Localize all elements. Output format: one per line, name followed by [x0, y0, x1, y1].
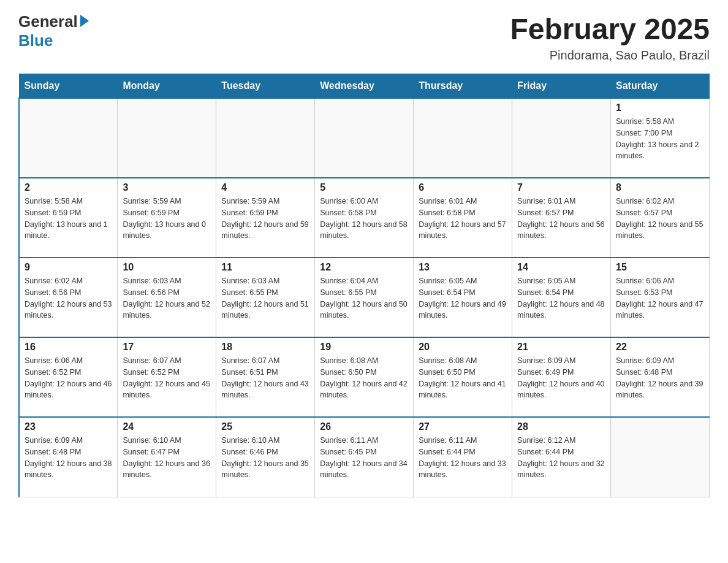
- month-title: February 2025: [510, 12, 710, 46]
- calendar-cell: 18Sunrise: 6:07 AMSunset: 6:51 PMDayligh…: [216, 337, 315, 417]
- day-info: Sunrise: 6:10 AMSunset: 6:46 PMDaylight:…: [221, 435, 309, 481]
- logo: General Blue: [18, 12, 89, 50]
- day-info: Sunrise: 6:09 AMSunset: 6:48 PMDaylight:…: [616, 355, 704, 401]
- calendar-cell: [315, 98, 414, 178]
- day-number: 14: [517, 262, 605, 273]
- day-info: Sunrise: 6:11 AMSunset: 6:45 PMDaylight:…: [320, 435, 408, 481]
- day-info: Sunrise: 6:03 AMSunset: 6:55 PMDaylight:…: [221, 275, 309, 321]
- day-number: 26: [320, 421, 408, 432]
- calendar-cell: 27Sunrise: 6:11 AMSunset: 6:44 PMDayligh…: [414, 417, 512, 497]
- day-number: 11: [221, 262, 309, 273]
- day-number: 10: [123, 262, 211, 273]
- calendar-week-1: 1Sunrise: 5:58 AMSunset: 7:00 PMDaylight…: [19, 98, 710, 178]
- calendar-cell: 21Sunrise: 6:09 AMSunset: 6:49 PMDayligh…: [512, 337, 611, 417]
- day-number: 21: [517, 342, 605, 353]
- day-number: 5: [320, 182, 408, 193]
- calendar-cell: [19, 98, 118, 178]
- calendar-cell: 11Sunrise: 6:03 AMSunset: 6:55 PMDayligh…: [216, 258, 315, 337]
- calendar-cell: 1Sunrise: 5:58 AMSunset: 7:00 PMDaylight…: [611, 98, 710, 178]
- day-info: Sunrise: 6:07 AMSunset: 6:52 PMDaylight:…: [123, 355, 211, 401]
- calendar-cell: [216, 98, 315, 178]
- day-info: Sunrise: 6:03 AMSunset: 6:56 PMDaylight:…: [123, 275, 211, 321]
- logo-arrow-icon: [80, 15, 89, 27]
- calendar-cell: 6Sunrise: 6:01 AMSunset: 6:58 PMDaylight…: [414, 178, 512, 258]
- day-info: Sunrise: 6:06 AMSunset: 6:52 PMDaylight:…: [25, 355, 112, 401]
- calendar-cell: 3Sunrise: 5:59 AMSunset: 6:59 PMDaylight…: [118, 178, 216, 258]
- calendar-cell: 25Sunrise: 6:10 AMSunset: 6:46 PMDayligh…: [216, 417, 315, 497]
- calendar-cell: 15Sunrise: 6:06 AMSunset: 6:53 PMDayligh…: [611, 258, 710, 337]
- day-info: Sunrise: 5:58 AMSunset: 6:59 PMDaylight:…: [25, 196, 112, 242]
- col-friday: Friday: [512, 74, 611, 99]
- col-tuesday: Tuesday: [216, 74, 315, 99]
- day-info: Sunrise: 6:04 AMSunset: 6:55 PMDaylight:…: [320, 275, 408, 321]
- day-number: 17: [123, 342, 211, 353]
- day-number: 15: [616, 262, 704, 273]
- day-number: 7: [517, 182, 605, 193]
- day-info: Sunrise: 6:10 AMSunset: 6:47 PMDaylight:…: [123, 435, 211, 481]
- day-number: 2: [25, 182, 112, 193]
- day-info: Sunrise: 5:58 AMSunset: 7:00 PMDaylight:…: [616, 116, 704, 162]
- day-info: Sunrise: 6:05 AMSunset: 6:54 PMDaylight:…: [419, 275, 507, 321]
- day-number: 25: [221, 421, 309, 432]
- day-number: 13: [419, 262, 507, 273]
- day-number: 3: [123, 182, 211, 193]
- day-number: 19: [320, 342, 408, 353]
- day-number: 28: [517, 421, 605, 432]
- calendar-cell: 7Sunrise: 6:01 AMSunset: 6:57 PMDaylight…: [512, 178, 611, 258]
- day-number: 23: [25, 421, 112, 432]
- day-number: 12: [320, 262, 408, 273]
- day-number: 1: [616, 102, 704, 113]
- calendar-cell: 22Sunrise: 6:09 AMSunset: 6:48 PMDayligh…: [611, 337, 710, 417]
- calendar-cell: 17Sunrise: 6:07 AMSunset: 6:52 PMDayligh…: [118, 337, 216, 417]
- title-section: February 2025 Pindorama, Sao Paulo, Braz…: [510, 12, 710, 63]
- day-info: Sunrise: 6:01 AMSunset: 6:58 PMDaylight:…: [419, 196, 507, 242]
- calendar-cell: 23Sunrise: 6:09 AMSunset: 6:48 PMDayligh…: [19, 417, 118, 497]
- page-header: General Blue February 2025 Pindorama, Sa…: [18, 12, 710, 63]
- calendar-cell: 5Sunrise: 6:00 AMSunset: 6:58 PMDaylight…: [315, 178, 414, 258]
- calendar-cell: [414, 98, 512, 178]
- calendar-week-3: 9Sunrise: 6:02 AMSunset: 6:56 PMDaylight…: [19, 258, 710, 337]
- day-info: Sunrise: 6:00 AMSunset: 6:58 PMDaylight:…: [320, 196, 408, 242]
- calendar-cell: 24Sunrise: 6:10 AMSunset: 6:47 PMDayligh…: [118, 417, 216, 497]
- calendar-cell: 13Sunrise: 6:05 AMSunset: 6:54 PMDayligh…: [414, 258, 512, 337]
- day-number: 6: [419, 182, 507, 193]
- col-saturday: Saturday: [611, 74, 710, 99]
- calendar-cell: [611, 417, 710, 497]
- calendar-cell: 9Sunrise: 6:02 AMSunset: 6:56 PMDaylight…: [19, 258, 118, 337]
- day-number: 20: [419, 342, 507, 353]
- day-number: 4: [221, 182, 309, 193]
- day-info: Sunrise: 6:08 AMSunset: 6:50 PMDaylight:…: [320, 355, 408, 401]
- day-info: Sunrise: 6:11 AMSunset: 6:44 PMDaylight:…: [419, 435, 507, 481]
- day-number: 9: [25, 262, 112, 273]
- calendar-cell: [512, 98, 611, 178]
- calendar-cell: 16Sunrise: 6:06 AMSunset: 6:52 PMDayligh…: [19, 337, 118, 417]
- col-wednesday: Wednesday: [315, 74, 414, 99]
- day-number: 18: [221, 342, 309, 353]
- day-info: Sunrise: 6:09 AMSunset: 6:49 PMDaylight:…: [517, 355, 605, 401]
- day-info: Sunrise: 6:02 AMSunset: 6:57 PMDaylight:…: [616, 196, 704, 242]
- col-thursday: Thursday: [414, 74, 512, 99]
- calendar-table: Sunday Monday Tuesday Wednesday Thursday…: [18, 74, 710, 497]
- calendar-cell: 12Sunrise: 6:04 AMSunset: 6:55 PMDayligh…: [315, 258, 414, 337]
- calendar-week-4: 16Sunrise: 6:06 AMSunset: 6:52 PMDayligh…: [19, 337, 710, 417]
- day-info: Sunrise: 6:05 AMSunset: 6:54 PMDaylight:…: [517, 275, 605, 321]
- col-sunday: Sunday: [19, 74, 118, 99]
- day-number: 22: [616, 342, 704, 353]
- calendar-cell: 20Sunrise: 6:08 AMSunset: 6:50 PMDayligh…: [414, 337, 512, 417]
- calendar-cell: 26Sunrise: 6:11 AMSunset: 6:45 PMDayligh…: [315, 417, 414, 497]
- calendar-week-5: 23Sunrise: 6:09 AMSunset: 6:48 PMDayligh…: [19, 417, 710, 497]
- day-info: Sunrise: 5:59 AMSunset: 6:59 PMDaylight:…: [221, 196, 309, 242]
- day-number: 24: [123, 421, 211, 432]
- calendar-cell: 4Sunrise: 5:59 AMSunset: 6:59 PMDaylight…: [216, 178, 315, 258]
- calendar-cell: 14Sunrise: 6:05 AMSunset: 6:54 PMDayligh…: [512, 258, 611, 337]
- day-info: Sunrise: 5:59 AMSunset: 6:59 PMDaylight:…: [123, 196, 211, 242]
- day-info: Sunrise: 6:08 AMSunset: 6:50 PMDaylight:…: [419, 355, 507, 401]
- day-number: 16: [25, 342, 112, 353]
- day-number: 27: [419, 421, 507, 432]
- calendar-cell: 8Sunrise: 6:02 AMSunset: 6:57 PMDaylight…: [611, 178, 710, 258]
- calendar-week-2: 2Sunrise: 5:58 AMSunset: 6:59 PMDaylight…: [19, 178, 710, 258]
- day-info: Sunrise: 6:06 AMSunset: 6:53 PMDaylight:…: [616, 275, 704, 321]
- calendar-body: 1Sunrise: 5:58 AMSunset: 7:00 PMDaylight…: [19, 98, 710, 497]
- day-info: Sunrise: 6:07 AMSunset: 6:51 PMDaylight:…: [221, 355, 309, 401]
- calendar-cell: 10Sunrise: 6:03 AMSunset: 6:56 PMDayligh…: [118, 258, 216, 337]
